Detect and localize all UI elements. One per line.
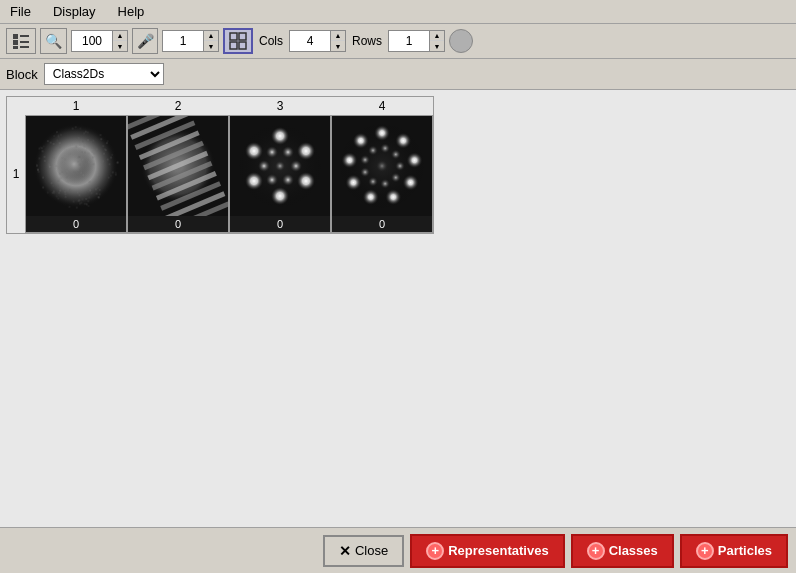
representatives-label: Representatives <box>448 543 548 558</box>
rows-down[interactable]: ▼ <box>430 41 444 51</box>
frame-input[interactable]: 1 <box>163 31 203 51</box>
svg-rect-5 <box>20 46 29 48</box>
grid-cell-image-3 <box>230 116 330 216</box>
grid-cell-4[interactable]: 0 <box>331 115 433 233</box>
frame-spinners: ▲ ▼ <box>203 31 218 51</box>
grid-cell-label-2: 0 <box>128 216 228 232</box>
svg-rect-2 <box>13 40 18 45</box>
zoom-down[interactable]: ▼ <box>113 41 127 51</box>
grid-cell-image-4 <box>332 116 432 216</box>
options-button[interactable] <box>449 29 473 53</box>
rows-input[interactable]: 1 <box>389 31 429 51</box>
rows-input-wrap: 1 ▲ ▼ <box>388 30 445 52</box>
close-icon: ✕ <box>339 543 351 559</box>
bottom-bar: ✕ Close + Representatives + Classes + Pa… <box>0 527 796 573</box>
frame-input-wrap: 1 ▲ ▼ <box>162 30 219 52</box>
grid-cell-2[interactable]: 0 <box>127 115 229 233</box>
grid-cell-image-2 <box>128 116 228 216</box>
cols-input-wrap: 4 ▲ ▼ <box>289 30 346 52</box>
close-button[interactable]: ✕ Close <box>323 535 404 567</box>
menu-display[interactable]: Display <box>47 2 102 21</box>
zoom-up[interactable]: ▲ <box>113 31 127 41</box>
grid-col-header-1: 1 <box>25 97 127 115</box>
particles-plus-icon: + <box>696 542 714 560</box>
grid-col-header-3: 3 <box>229 97 331 115</box>
svg-rect-6 <box>230 33 237 40</box>
grid-cell-3[interactable]: 0 <box>229 115 331 233</box>
image-grid: 1 2 3 4 1 0 0 <box>6 96 434 234</box>
classes-button[interactable]: + Classes <box>571 534 674 568</box>
grid-cell-label-4: 0 <box>332 216 432 232</box>
menu-help[interactable]: Help <box>112 2 151 21</box>
close-label: Close <box>355 543 388 558</box>
grid-row-label: 1 <box>7 115 25 233</box>
cols-down[interactable]: ▼ <box>331 41 345 51</box>
svg-rect-3 <box>20 41 29 43</box>
grid-header-row: 1 2 3 4 <box>25 97 433 115</box>
rows-label: Rows <box>352 34 382 48</box>
cell-canvas-1 <box>26 116 126 216</box>
cols-label: Cols <box>259 34 283 48</box>
frame-up[interactable]: ▲ <box>204 31 218 41</box>
grid-cell-image-1 <box>26 116 126 216</box>
grid-cell-1[interactable]: 0 <box>25 115 127 233</box>
list-icon <box>11 31 31 51</box>
grid-col-header-2: 2 <box>127 97 229 115</box>
block-bar: Block Class2Ds <box>0 59 796 90</box>
cols-up[interactable]: ▲ <box>331 31 345 41</box>
block-select[interactable]: Class2Ds <box>44 63 164 85</box>
mic-button[interactable]: 🎤 <box>132 28 158 54</box>
mic-icon: 🎤 <box>137 33 154 49</box>
cell-canvas-2 <box>128 116 228 216</box>
particles-button[interactable]: + Particles <box>680 534 788 568</box>
frame-down[interactable]: ▼ <box>204 41 218 51</box>
svg-rect-9 <box>239 42 246 49</box>
representatives-plus-icon: + <box>426 542 444 560</box>
cols-input[interactable]: 4 <box>290 31 330 51</box>
cell-canvas-4 <box>332 116 432 216</box>
classes-plus-icon: + <box>587 542 605 560</box>
zoom-input-wrap: 100 ▲ ▼ <box>71 30 128 52</box>
grid-icon <box>229 32 247 50</box>
svg-rect-8 <box>230 42 237 49</box>
zoom-spinners: ▲ ▼ <box>112 31 127 51</box>
grid-col-header-4: 4 <box>331 97 433 115</box>
grid-cell-label-1: 0 <box>26 216 126 232</box>
grid-cell-label-3: 0 <box>230 216 330 232</box>
svg-rect-7 <box>239 33 246 40</box>
svg-rect-1 <box>20 35 29 37</box>
list-view-button[interactable] <box>6 28 36 54</box>
menu-file[interactable]: File <box>4 2 37 21</box>
svg-rect-4 <box>13 46 18 49</box>
grid-view-button[interactable] <box>223 28 253 54</box>
grid-data-row: 1 0 0 0 <box>7 115 433 233</box>
rows-spinners: ▲ ▼ <box>429 31 444 51</box>
rows-up[interactable]: ▲ <box>430 31 444 41</box>
zoom-icon: 🔍 <box>45 33 62 49</box>
menu-bar: File Display Help <box>0 0 796 24</box>
toolbar: 🔍 100 ▲ ▼ 🎤 1 ▲ ▼ Cols 4 ▲ ▼ <box>0 24 796 59</box>
main-content: 1 2 3 4 1 0 0 <box>0 90 796 527</box>
svg-rect-0 <box>13 34 18 39</box>
block-label: Block <box>6 67 38 82</box>
cols-spinners: ▲ ▼ <box>330 31 345 51</box>
cell-canvas-3 <box>230 116 330 216</box>
particles-label: Particles <box>718 543 772 558</box>
classes-label: Classes <box>609 543 658 558</box>
zoom-button[interactable]: 🔍 <box>40 28 67 54</box>
representatives-button[interactable]: + Representatives <box>410 534 564 568</box>
zoom-input[interactable]: 100 <box>72 31 112 51</box>
